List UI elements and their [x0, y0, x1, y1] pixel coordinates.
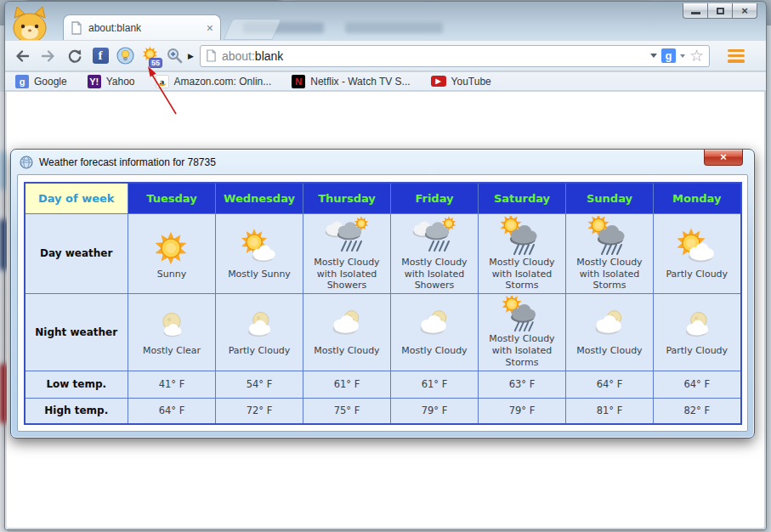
lightbulb-icon [116, 47, 134, 65]
hamburger-bar [728, 54, 745, 58]
night-weather-cell-tuesday: Mostly Clear [128, 293, 216, 371]
high-temp-cell-saturday: 79° F [479, 398, 566, 424]
yahoo-favicon-icon: Y! [88, 75, 101, 88]
background-tab-blob [345, 22, 443, 33]
bookmarks-bar: gGoogleY!YahooaAmazon.com: Onlin...NNetf… [5, 72, 766, 91]
showers-icon [323, 216, 371, 257]
search-engine-dropdown-icon[interactable] [680, 54, 685, 58]
lightbulb-extension-button[interactable] [116, 47, 134, 65]
maximize-button[interactable] [707, 3, 733, 19]
storms-icon [500, 296, 544, 333]
forward-arrow-icon [40, 48, 57, 65]
bookmark-netflix[interactable]: NNetflix - Watch TV S... [292, 75, 410, 88]
sunny-icon [148, 228, 196, 269]
day-weather-cell-friday: Mostly Cloudy with Isolated Showers [391, 213, 479, 293]
new-tab-button[interactable] [223, 19, 281, 40]
bookmark-youtube[interactable]: ▶YouTube [431, 76, 491, 88]
partly-cloudy-day-icon [673, 228, 721, 269]
night-weather-text: Mostly Cloudy with Isolated Storms [480, 333, 564, 368]
google-favicon-icon: g [15, 75, 29, 88]
row-label-high-temp: High temp. [25, 398, 128, 424]
bookmark-star-icon[interactable]: ☆ [689, 48, 704, 64]
day-header-friday: Friday [391, 183, 479, 213]
youtube-favicon-icon: ▶ [431, 76, 446, 87]
partly-cloudy-night-icon [237, 308, 281, 345]
mostly-clear-night-icon [150, 308, 194, 345]
page-icon [71, 21, 82, 35]
mostly-cloudy-night-icon [325, 308, 369, 345]
night-weather-cell-saturday: Mostly Cloudy with Isolated Storms [479, 293, 566, 371]
amazon-favicon-icon: a [156, 75, 169, 88]
high-temp-cell-monday: 82° F [654, 398, 741, 424]
row-label-day-weather: Day weather [25, 213, 128, 293]
low-temp-cell-wednesday: 54° F [216, 371, 303, 398]
night-weather-text: Partly Cloudy [655, 345, 739, 357]
hamburger-bar [728, 59, 745, 63]
row-label-low-temp: Low temp. [25, 371, 128, 398]
weather-dialog: Weather forecast information for 78735 ×… [10, 149, 755, 439]
weather-extension-button[interactable]: 55 [140, 47, 159, 65]
facebook-icon: f [93, 48, 109, 64]
low-temp-cell-tuesday: 41° F [128, 371, 216, 398]
omnibox-right-controls: g ☆ [650, 48, 704, 64]
table-corner-header: Day of week [25, 183, 128, 213]
night-weather-cell-friday: Mostly Cloudy [391, 293, 479, 371]
night-weather-text: Mostly Cloudy [568, 345, 651, 357]
forecast-table: Day of weekTuesdayWednesdayThursdayFrida… [24, 182, 742, 425]
forward-button[interactable] [38, 46, 59, 66]
maximize-icon [717, 8, 724, 14]
overflow-arrow-icon[interactable]: ▶ [188, 52, 194, 60]
day-header-saturday: Saturday [479, 183, 566, 213]
bookmark-label: Amazon.com: Onlin... [174, 76, 272, 88]
address-bar[interactable]: about:blank g ☆ [200, 45, 710, 67]
high-temp-cell-wednesday: 72° F [216, 398, 303, 424]
row-label-night-weather: Night weather [25, 293, 128, 371]
high-temp-cell-thursday: 75° F [303, 398, 391, 424]
day-weather-text: Mostly Cloudy with Isolated Storms [568, 257, 651, 291]
tab-title: about:blank [88, 22, 201, 34]
minimize-button[interactable] [683, 3, 708, 19]
tab-close-icon[interactable]: × [207, 23, 213, 33]
day-weather-cell-tuesday: Sunny [128, 213, 216, 293]
storms-icon [586, 216, 633, 257]
dialog-titlebar[interactable]: Weather forecast information for 78735 [11, 150, 754, 174]
back-arrow-icon [14, 48, 31, 65]
back-button[interactable] [12, 46, 32, 66]
day-weather-text: Sunny [130, 269, 213, 280]
url-text: about:blank [222, 49, 283, 63]
bookmark-yahoo[interactable]: Y!Yahoo [88, 75, 135, 88]
showers-icon [411, 216, 458, 257]
bookmark-amazon[interactable]: aAmazon.com: Onlin... [156, 75, 272, 88]
zoom-extension-button[interactable] [165, 47, 184, 65]
partly-cloudy-night-icon [675, 308, 719, 345]
temperature-badge: 55 [149, 58, 162, 68]
dialog-body: Day of weekTuesdayWednesdayThursdayFrida… [17, 174, 748, 432]
theme-cat-icon [11, 6, 48, 40]
bookmark-google[interactable]: gGoogle [15, 75, 67, 88]
window-controls: × [683, 3, 757, 19]
desktop-screen: about:blank × × [0, 0, 771, 532]
day-weather-cell-saturday: Mostly Cloudy with Isolated Storms [479, 213, 566, 293]
bookmark-label: Google [34, 76, 67, 88]
dialog-close-button[interactable]: × [704, 150, 743, 166]
low-temp-cell-monday: 64° F [654, 371, 741, 398]
day-header-sunday: Sunday [566, 183, 654, 213]
day-weather-cell-monday: Partly Cloudy [654, 213, 741, 293]
hamburger-bar [728, 49, 745, 53]
high-temp-cell-friday: 79° F [391, 398, 479, 424]
mostly-sunny-icon [235, 228, 283, 269]
tab-about-blank[interactable]: about:blank × [63, 14, 221, 40]
tab-strip: about:blank × × [5, 2, 766, 40]
menu-hamburger-button[interactable] [724, 48, 748, 65]
close-button[interactable]: × [732, 3, 757, 19]
low-temp-cell-friday: 61° F [391, 371, 479, 398]
google-search-icon[interactable]: g [661, 48, 676, 63]
autofill-dropdown-icon[interactable] [650, 54, 657, 58]
night-weather-text: Partly Cloudy [218, 345, 301, 357]
day-weather-text: Mostly Cloudy with Isolated Storms [480, 257, 564, 291]
bookmark-label: YouTube [451, 76, 491, 88]
facebook-extension-button[interactable]: f [91, 47, 110, 65]
reload-button[interactable] [65, 46, 85, 66]
day-weather-cell-wednesday: Mostly Sunny [216, 213, 303, 293]
night-weather-text: Mostly Cloudy [393, 345, 476, 357]
